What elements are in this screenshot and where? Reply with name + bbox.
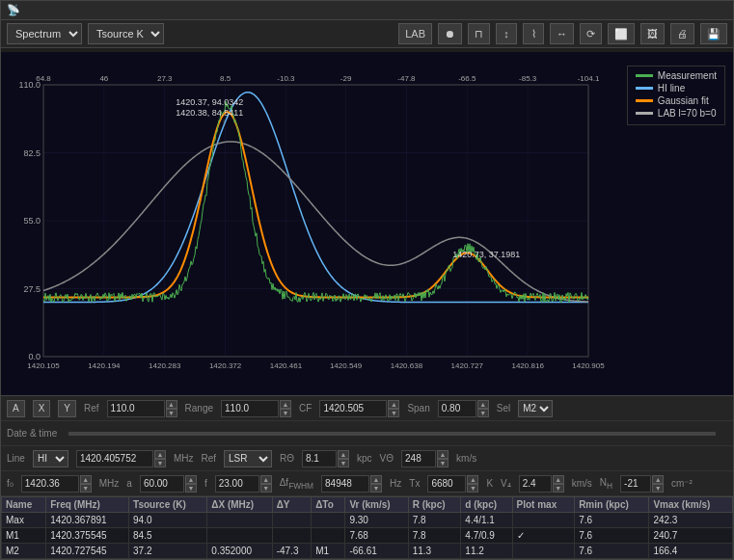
th-freq: Freq (MHz) — [46, 497, 129, 513]
vtheta-spinner[interactable]: ▲ ▼ — [401, 450, 449, 467]
ref-select[interactable]: LSR BARY — [224, 450, 272, 467]
a-down[interactable]: ▼ — [185, 484, 197, 493]
vtheta-label: VΘ — [380, 453, 394, 464]
v4-up[interactable]: ▲ — [553, 475, 564, 484]
table-cell: 7.68 — [345, 528, 408, 544]
save-button[interactable]: 💾 — [700, 23, 727, 44]
cm-label: cm⁻² — [671, 478, 693, 489]
record-button[interactable]: ⏺ — [438, 23, 462, 44]
table-row: M21420.72754537.20.352000-47.3M1-66.6111… — [2, 544, 733, 559]
y-button[interactable]: Y — [58, 400, 76, 417]
image-button[interactable]: 🖼 — [640, 23, 665, 44]
rtheta-input[interactable] — [302, 450, 337, 467]
hz-label: Hz — [390, 478, 401, 489]
chart-area[interactable]: Measurement HI line Gaussian fit LAB l=7… — [5, 56, 733, 390]
table-cell: 166.4 — [649, 544, 733, 559]
cf-input[interactable] — [319, 400, 387, 417]
line-freq-spinner[interactable]: ▲ ▼ — [76, 450, 166, 467]
span-up[interactable]: ▲ — [477, 400, 489, 409]
table-cell: M1 — [312, 544, 345, 559]
delta-spinner[interactable]: ▲ ▼ — [321, 475, 382, 493]
range-spinner[interactable]: ▲ ▼ — [221, 400, 291, 417]
cf-up[interactable]: ▲ — [388, 400, 399, 409]
zoom-v-button[interactable]: ↕ — [496, 23, 517, 44]
legend-label-measurement: Measurement — [658, 70, 717, 81]
line-freq-down[interactable]: ▼ — [154, 459, 166, 467]
line-freq-up[interactable]: ▲ — [154, 450, 166, 459]
delta-down[interactable]: ▼ — [370, 484, 382, 493]
table-cell: 242.3 — [649, 513, 733, 528]
delta-label: ΔfFWHM — [280, 477, 313, 491]
vtheta-input[interactable] — [401, 450, 436, 467]
nh-input[interactable] — [620, 475, 651, 493]
sel-select[interactable]: M1 M2 M3 — [518, 400, 553, 417]
a-label-4: a — [126, 478, 132, 489]
line-freq-input[interactable] — [76, 450, 153, 467]
v4-down[interactable]: ▼ — [553, 484, 564, 493]
ref-down[interactable]: ▼ — [166, 409, 177, 417]
ref-label: Ref — [84, 403, 99, 413]
rtheta-down[interactable]: ▼ — [338, 459, 349, 467]
x-button[interactable]: X — [33, 400, 51, 417]
ref-spinner[interactable]: ▲ ▼ — [107, 400, 177, 417]
cf-spinner[interactable]: ▲ ▼ — [319, 400, 399, 417]
table-cell: 240.7 — [649, 528, 733, 544]
delta-up[interactable]: ▲ — [370, 475, 382, 484]
f-input[interactable] — [215, 475, 259, 493]
toolbar: Spectrum Tsource K LAB ⏺ ⊓ ↕ ⌇ ↔ ⟳ ⬜ 🖼 🖨… — [1, 20, 733, 48]
tx-label: Tx — [409, 478, 420, 489]
span-down[interactable]: ▼ — [477, 409, 489, 417]
a-up[interactable]: ▲ — [185, 475, 197, 484]
f0-down[interactable]: ▼ — [80, 484, 92, 493]
time-slider[interactable] — [68, 432, 716, 436]
nh-up[interactable]: ▲ — [652, 475, 664, 484]
a-spinner[interactable]: ▲ ▼ — [140, 475, 197, 493]
vtheta-up[interactable]: ▲ — [437, 450, 449, 459]
f0-input[interactable] — [21, 475, 79, 493]
f0-up[interactable]: ▲ — [80, 475, 92, 484]
delta-input[interactable] — [321, 475, 369, 493]
print-button[interactable]: 🖨 — [670, 23, 694, 44]
tx-down[interactable]: ▼ — [467, 484, 478, 493]
lab-button[interactable]: LAB — [398, 23, 432, 44]
cf-down[interactable]: ▼ — [388, 409, 399, 417]
rtheta-up[interactable]: ▲ — [338, 450, 349, 459]
span-input[interactable] — [438, 400, 476, 417]
vtheta-down[interactable]: ▼ — [437, 459, 449, 467]
refresh-button[interactable]: ⟳ — [580, 23, 602, 44]
nh-down[interactable]: ▼ — [652, 484, 664, 493]
date-label: Date & time — [7, 428, 57, 439]
stop-button[interactable]: ⊓ — [468, 23, 490, 44]
table-cell: 4.4/1.1 — [461, 513, 512, 528]
range-input[interactable] — [221, 400, 279, 417]
rtheta-label: RΘ — [280, 453, 294, 464]
tx-spinner[interactable]: ▲ ▼ — [427, 475, 478, 493]
zoom-h-button[interactable]: ↔ — [550, 23, 574, 44]
span-spinner[interactable]: ▲ ▼ — [438, 400, 489, 417]
tx-up[interactable]: ▲ — [467, 475, 478, 484]
ref-up[interactable]: ▲ — [166, 400, 177, 409]
mode-select[interactable]: Spectrum — [7, 23, 82, 44]
a-button[interactable]: A — [7, 400, 25, 417]
ctrl-row-4: f₀ ▲ ▼ MHz a ▲ ▼ f ▲ — [1, 471, 733, 496]
ref-input[interactable] — [107, 400, 165, 417]
nh-spinner[interactable]: ▲ ▼ — [620, 475, 664, 493]
fullscreen-button[interactable]: ⬜ — [608, 23, 635, 44]
tx-input[interactable] — [427, 475, 466, 493]
range-down[interactable]: ▼ — [280, 409, 291, 417]
table-cell: 11.3 — [408, 544, 461, 559]
v4-spinner[interactable]: ▲ ▼ — [519, 475, 564, 493]
rtheta-spinner[interactable]: ▲ ▼ — [302, 450, 349, 467]
source-select[interactable]: Tsource K — [88, 23, 164, 44]
f-down[interactable]: ▼ — [260, 484, 272, 493]
v4-label: V₄ — [501, 478, 511, 489]
f-spinner[interactable]: ▲ ▼ — [215, 475, 272, 493]
a-input[interactable] — [140, 475, 184, 493]
f0-spinner[interactable]: ▲ ▼ — [21, 475, 92, 493]
range-up[interactable]: ▲ — [280, 400, 291, 409]
f-up[interactable]: ▲ — [260, 475, 272, 484]
ctrl-row-1: A X Y Ref ▲ ▼ Range ▲ ▼ CF — [1, 396, 733, 421]
line-select[interactable]: HI OH — [33, 450, 68, 467]
bar-button[interactable]: ⌇ — [523, 23, 544, 44]
v4-input[interactable] — [519, 475, 552, 493]
